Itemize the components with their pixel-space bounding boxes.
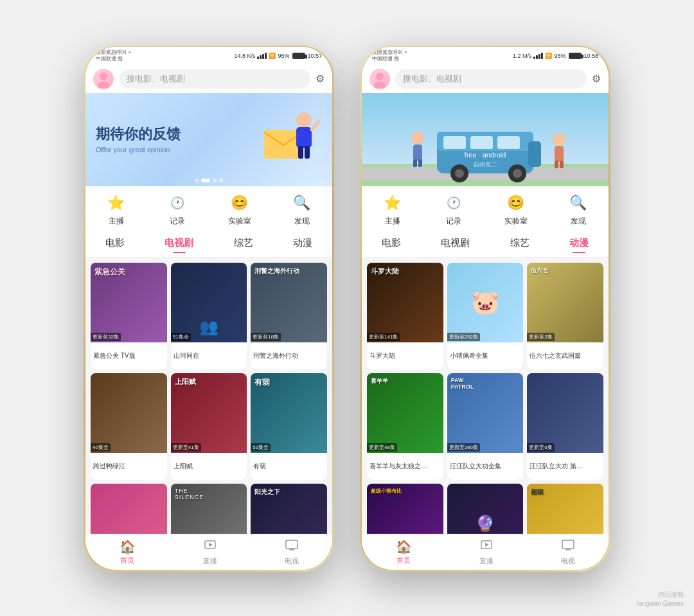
- tab-home-left[interactable]: 🏠 首页: [120, 539, 136, 565]
- grid-row-2-right: 喜羊羊 更新至48集 喜羊羊与灰太狼之… PAWPATROL 更新至160集 汪…: [367, 373, 603, 480]
- nav-discover-right[interactable]: 🔍 发现: [568, 193, 589, 227]
- card-douluodalu-right[interactable]: 斗罗大陆 更新至141集 斗罗大陆: [367, 263, 443, 369]
- card-misc1-left[interactable]: [91, 484, 167, 534]
- svg-point-3: [296, 112, 312, 128]
- search-input-right[interactable]: 搜电影、电视剧: [395, 69, 587, 89]
- svg-point-30: [411, 132, 424, 145]
- svg-rect-10: [286, 540, 298, 549]
- svg-line-5: [312, 122, 319, 130]
- svg-text:自由无二: 自由无二: [474, 161, 497, 168]
- card-wuliuqi-right[interactable]: 伍六七 更新至2集 伍六七之玄武国篇: [527, 263, 603, 369]
- quick-nav-right: ⭐ 主播 🕐 记录 😊 实验室 🔍 发现: [362, 186, 609, 232]
- cat-anime-right[interactable]: 动漫: [569, 237, 589, 252]
- lab-label-right: 实验室: [504, 216, 528, 227]
- card-shanhe-left[interactable]: 51集全 👥 山河同在: [171, 263, 247, 369]
- banner-text-left: 期待你的反馈 Offer your great opinion: [96, 125, 258, 154]
- card-misc3-left[interactable]: 阳光之下: [251, 484, 327, 534]
- battery-icon-right: [569, 53, 582, 59]
- card-jijin-left[interactable]: 紫急公关 更新至32集 紧急公关 TV版: [91, 263, 167, 369]
- nav-record-right[interactable]: 🕐 记录: [443, 193, 464, 227]
- cat-variety-right[interactable]: 综艺: [510, 237, 529, 252]
- card-yalu-left[interactable]: 40集全 跨过鸭绿江: [91, 373, 167, 480]
- nav-lab-right[interactable]: 😊 实验室: [504, 193, 528, 227]
- search-placeholder-left: 搜电影、电视剧: [127, 73, 185, 85]
- battery-icon-left: [292, 53, 305, 59]
- tab-tv-left[interactable]: 电视: [285, 538, 299, 566]
- grid-row-2-left: 40集全 跨过鸭绿江 上阳赋 更新至41集 上阳赋: [91, 373, 327, 480]
- card-magic-right[interactable]: 🔮: [447, 484, 524, 534]
- svg-rect-36: [555, 161, 558, 168]
- tab-live-left[interactable]: 直播: [203, 538, 217, 566]
- settings-icon-right[interactable]: ⚙: [592, 73, 601, 85]
- svg-rect-21: [470, 136, 493, 149]
- home-icon-left: 🏠: [120, 539, 136, 554]
- watermark: 仍玩游戏fangwan.Games: [637, 590, 684, 608]
- svg-point-27: [513, 169, 522, 178]
- card-chaoji-right[interactable]: 超级小熊布比 超级小熊布比: [367, 484, 443, 534]
- svg-point-0: [100, 73, 107, 80]
- card-peppa-right[interactable]: 🐷 更新至252集 小猪佩奇全集: [447, 263, 524, 369]
- banner-svg-right: free · android 自由无二: [362, 93, 609, 186]
- cat-anime-left[interactable]: 动漫: [293, 237, 312, 252]
- cat-movie-left[interactable]: 电影: [105, 237, 125, 252]
- anchor-label-left: 主播: [109, 216, 124, 227]
- search-bar-left: 搜电影、电视剧 ⚙: [85, 65, 332, 93]
- network-type-right: 🛜: [545, 53, 552, 59]
- search-input-left[interactable]: 搜电影、电视剧: [119, 69, 310, 89]
- anchor-label-right: 主播: [385, 216, 400, 227]
- nav-anchor-left[interactable]: ⭐ 主播: [106, 193, 127, 227]
- network-speed-right: 1.2 M/s: [513, 53, 532, 59]
- card-xingj-left[interactable]: 刑警之海外行动 更新至18集 刑警之海外行动: [251, 263, 327, 369]
- avatar-right[interactable]: [369, 69, 390, 89]
- tab-tv-right[interactable]: 电视: [561, 538, 575, 566]
- record-label-right: 记录: [446, 216, 461, 227]
- svg-rect-20: [443, 136, 466, 149]
- home-label-right: 首页: [396, 556, 411, 565]
- card-misc2-left[interactable]: THESILENCE 阳光之下: [171, 484, 247, 534]
- card-pawpatrol-right[interactable]: PAWPATROL 更新至160集 汪汪队立大功全集: [447, 373, 524, 480]
- nav-anchor-right[interactable]: ⭐ 主播: [382, 193, 403, 227]
- live-icon-right: [479, 538, 494, 555]
- tab-home-right[interactable]: 🏠 首页: [396, 539, 412, 565]
- anchor-icon-left: ⭐: [106, 193, 127, 213]
- nav-discover-left[interactable]: 🔍 发现: [292, 193, 312, 227]
- banner-main-title-left: 期待你的反馈: [96, 125, 258, 144]
- nav-lab-left[interactable]: 😊 实验室: [228, 193, 251, 227]
- phone-right: 仅限紧急呼叫 × 中国联通 囤 1.2 M/s 🛜 95% 10:58: [360, 45, 610, 572]
- svg-rect-35: [555, 146, 564, 162]
- svg-marker-9: [209, 543, 213, 547]
- card-xiyangyang-right[interactable]: 喜羊羊 更新至48集 喜羊羊与灰太狼之…: [367, 373, 443, 480]
- settings-icon-left[interactable]: ⚙: [316, 73, 325, 85]
- avatar-left[interactable]: [93, 69, 114, 89]
- discover-label-right: 发现: [571, 216, 586, 227]
- tab-live-right[interactable]: 直播: [479, 538, 494, 566]
- record-icon-right: 🕐: [443, 193, 464, 213]
- nav-record-left[interactable]: 🕐 记录: [167, 193, 188, 227]
- cat-tvdrama-left[interactable]: 电视剧: [165, 237, 193, 252]
- time-right: 10:58: [583, 53, 598, 59]
- status-right-right: 1.2 M/s 🛜 95% 10:58: [513, 53, 598, 59]
- card-pawpatrol2-right[interactable]: 更新至6集 汪汪队立大功 第…: [527, 373, 603, 480]
- card-yellow-right[interactable]: 超级: [527, 484, 603, 534]
- battery-left: 95%: [278, 53, 289, 59]
- category-tabs-left: 电影 电视剧 综艺 动漫: [85, 232, 332, 258]
- banner-sub-title-left: Offer your great opinion: [96, 146, 258, 154]
- live-label-left: 直播: [203, 556, 217, 566]
- svg-rect-23: [528, 141, 541, 167]
- cat-movie-right[interactable]: 电影: [382, 237, 401, 252]
- content-grid-right: 斗罗大陆 更新至141集 斗罗大陆 🐷 更新至252集 小猪佩奇全集: [362, 258, 609, 534]
- svg-point-25: [455, 169, 464, 178]
- search-placeholder-right: 搜电影、电视剧: [403, 73, 461, 85]
- svg-text:free · android: free · android: [465, 151, 506, 159]
- lab-icon-left: 😊: [229, 193, 250, 213]
- card-shangyangfu-left[interactable]: 上阳赋 更新至41集 上阳赋: [171, 373, 247, 480]
- svg-point-34: [553, 133, 565, 146]
- svg-point-1: [98, 82, 109, 88]
- carrier-left: 仅限紧急呼叫 × 中国联通 囤: [96, 49, 131, 62]
- svg-rect-37: [560, 161, 564, 168]
- card-youfei-left[interactable]: 有翡 51集全 有翡: [251, 373, 327, 480]
- cat-variety-left[interactable]: 综艺: [234, 237, 253, 252]
- svg-rect-32: [413, 159, 417, 167]
- cat-tvdrama-right[interactable]: 电视剧: [441, 237, 470, 252]
- network-type-left: 🛜: [269, 53, 276, 59]
